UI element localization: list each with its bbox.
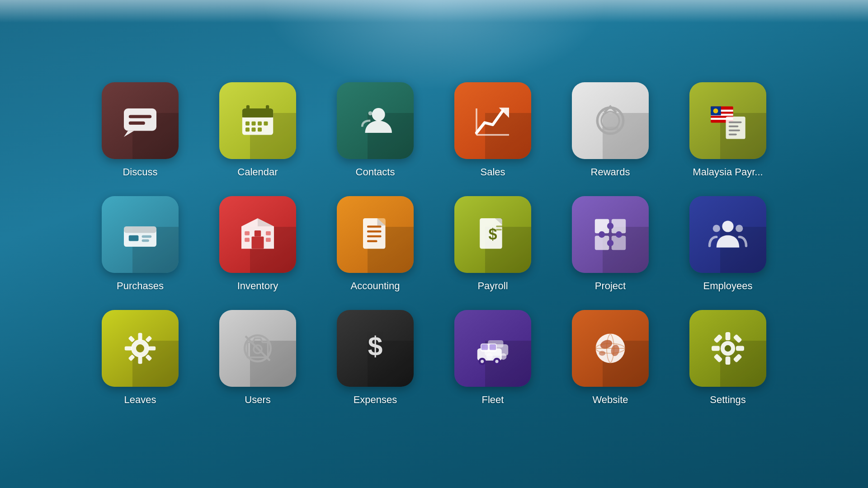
employees-icon [689, 196, 766, 273]
svg-rect-94 [481, 344, 488, 350]
app-item-leaves[interactable]: Leaves [95, 310, 185, 406]
svg-rect-9 [245, 122, 250, 126]
svg-rect-95 [490, 344, 496, 350]
app-item-settings[interactable]: Settings [683, 310, 773, 406]
svg-rect-39 [142, 239, 149, 242]
calendar-label: Calendar [237, 166, 278, 178]
users-icon [219, 310, 296, 387]
app-item-fleet[interactable]: Fleet [448, 310, 538, 406]
svg-rect-0 [124, 108, 156, 131]
svg-rect-34 [729, 134, 737, 136]
svg-point-16 [372, 108, 385, 121]
app-item-rewards[interactable]: Rewards [565, 82, 656, 178]
app-item-employees[interactable]: Employees [683, 196, 773, 292]
svg-point-64 [607, 223, 613, 229]
svg-rect-72 [138, 333, 142, 340]
app-item-website[interactable]: Website [565, 310, 656, 406]
payroll-icon: $ [454, 196, 531, 273]
project-label: Project [595, 280, 626, 292]
app-item-discuss[interactable]: Discuss [95, 82, 185, 178]
expenses-label: Expenses [354, 394, 397, 406]
svg-rect-15 [258, 127, 262, 131]
svg-rect-47 [266, 238, 271, 242]
accounting-label: Accounting [351, 280, 400, 292]
app-item-users[interactable]: Users [212, 310, 303, 406]
svg-rect-58 [496, 225, 503, 227]
leaves-label: Leaves [124, 394, 156, 406]
svg-rect-61 [612, 219, 626, 234]
app-item-purchases[interactable]: Purchases [95, 196, 185, 292]
svg-rect-105 [726, 357, 731, 365]
contacts-label: Contacts [356, 166, 395, 178]
app-item-malaysia[interactable]: Malaysia Payr... [683, 82, 773, 178]
app-item-inventory[interactable]: Inventory [212, 196, 303, 292]
app-item-expenses[interactable]: $ Expenses [330, 310, 420, 406]
app-item-contacts[interactable]: Contacts [330, 82, 420, 178]
svg-rect-110 [713, 353, 722, 362]
svg-rect-42 [252, 237, 264, 249]
app-item-project[interactable]: Project [565, 196, 656, 292]
rewards-icon [572, 82, 649, 159]
rewards-label: Rewards [591, 166, 630, 178]
accounting-icon [337, 196, 414, 273]
svg-rect-51 [367, 235, 382, 238]
svg-rect-108 [713, 334, 722, 343]
svg-point-65 [599, 231, 605, 238]
svg-rect-109 [733, 334, 742, 343]
svg-rect-50 [367, 230, 382, 233]
svg-point-68 [722, 221, 733, 232]
discuss-icon [102, 82, 179, 159]
svg-rect-107 [736, 346, 744, 351]
calendar-icon [219, 82, 296, 159]
svg-rect-62 [595, 236, 609, 250]
svg-rect-13 [245, 127, 250, 131]
svg-rect-33 [729, 130, 740, 131]
app-item-accounting[interactable]: Accounting [330, 196, 420, 292]
purchases-icon [102, 196, 179, 273]
svg-rect-43 [255, 230, 261, 237]
settings-icon [689, 310, 766, 387]
website-icon [572, 310, 649, 387]
svg-rect-63 [612, 236, 626, 250]
sales-label: Sales [480, 166, 505, 178]
svg-rect-2 [129, 122, 145, 125]
inventory-icon [219, 196, 296, 273]
svg-rect-31 [729, 122, 742, 123]
expenses-icon: $ [337, 310, 414, 387]
fleet-icon [454, 310, 531, 387]
malaysia-label: Malaysia Payr... [693, 166, 763, 178]
svg-text:$: $ [368, 332, 383, 361]
svg-rect-111 [733, 353, 742, 362]
svg-point-69 [713, 225, 720, 232]
leaves-icon [102, 310, 179, 387]
svg-point-103 [725, 345, 731, 352]
svg-rect-104 [726, 332, 731, 340]
svg-rect-52 [367, 240, 377, 243]
svg-rect-37 [129, 235, 139, 241]
svg-point-91 [481, 360, 484, 363]
fleet-label: Fleet [482, 394, 504, 406]
svg-rect-1 [129, 115, 151, 118]
settings-label: Settings [710, 394, 746, 406]
svg-point-71 [136, 344, 144, 352]
svg-point-93 [495, 360, 498, 363]
svg-rect-38 [142, 235, 152, 238]
svg-rect-30 [726, 117, 745, 139]
svg-rect-36 [124, 226, 156, 233]
svg-rect-45 [245, 238, 250, 242]
svg-rect-8 [266, 105, 269, 113]
svg-point-17 [368, 111, 373, 115]
app-item-calendar[interactable]: Calendar [212, 82, 303, 178]
inventory-label: Inventory [237, 280, 278, 292]
app-item-payroll[interactable]: $ Payroll [448, 196, 538, 292]
svg-rect-60 [595, 219, 609, 234]
svg-rect-79 [145, 354, 152, 361]
app-item-sales[interactable]: Sales [448, 82, 538, 178]
svg-rect-46 [266, 231, 271, 235]
svg-rect-6 [242, 114, 273, 117]
svg-rect-32 [729, 126, 739, 127]
svg-rect-12 [264, 122, 268, 126]
svg-rect-59 [496, 229, 502, 230]
contacts-icon [337, 82, 414, 159]
svg-rect-44 [245, 231, 250, 235]
